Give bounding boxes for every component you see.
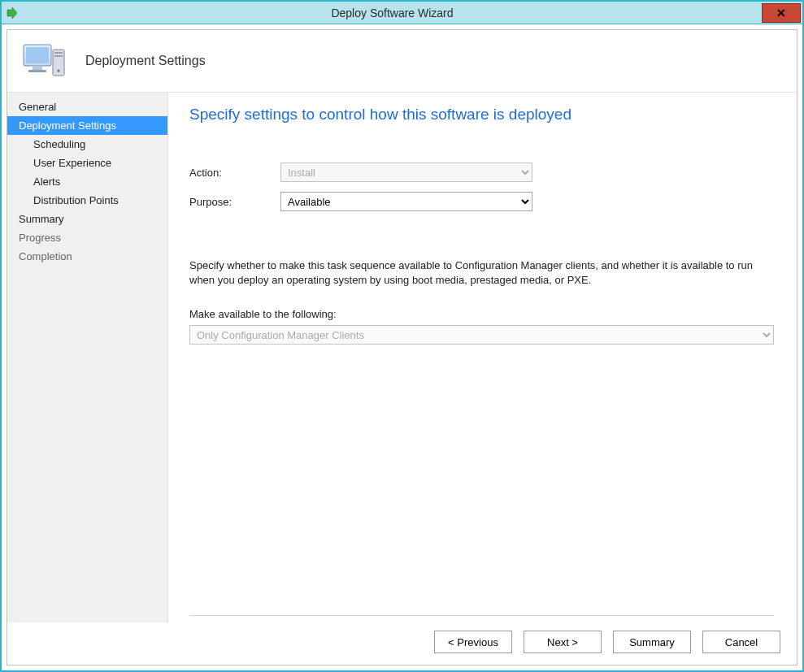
purpose-label: Purpose: bbox=[189, 196, 280, 208]
wizard-sidebar: GeneralDeployment SettingsSchedulingUser… bbox=[7, 93, 168, 622]
sidebar-item-progress[interactable]: Progress bbox=[7, 228, 167, 247]
arrow-forward-icon bbox=[5, 7, 18, 20]
svg-rect-6 bbox=[54, 52, 63, 54]
sidebar-item-completion[interactable]: Completion bbox=[7, 247, 167, 266]
computer-icon bbox=[22, 41, 67, 80]
row-purpose: Purpose: Available bbox=[189, 192, 774, 211]
content-filler bbox=[189, 345, 774, 612]
svg-rect-4 bbox=[28, 70, 46, 72]
svg-point-8 bbox=[57, 69, 59, 72]
action-label: Action: bbox=[189, 167, 280, 179]
sidebar-item-user-experience[interactable]: User Experience bbox=[7, 154, 167, 172]
content-divider bbox=[189, 615, 774, 616]
close-button[interactable]: ✕ bbox=[762, 3, 801, 23]
svg-rect-2 bbox=[26, 47, 49, 63]
content-heading: Specify settings to control how this sof… bbox=[189, 106, 774, 124]
deploy-software-wizard-window: Deploy Software Wizard ✕ bbox=[0, 0, 804, 672]
purpose-select[interactable]: Available bbox=[280, 192, 532, 211]
titlebar: Deploy Software Wizard ✕ bbox=[2, 2, 802, 24]
next-button[interactable]: Next > bbox=[524, 631, 602, 653]
wizard-content: Specify settings to control how this sof… bbox=[168, 93, 797, 622]
summary-button[interactable]: Summary bbox=[613, 631, 691, 653]
sidebar-item-alerts[interactable]: Alerts bbox=[7, 172, 167, 191]
svg-rect-3 bbox=[33, 67, 42, 70]
page-title: Deployment Settings bbox=[85, 54, 206, 68]
sidebar-item-summary[interactable]: Summary bbox=[7, 210, 167, 228]
svg-marker-0 bbox=[7, 7, 17, 19]
action-select: Install bbox=[280, 163, 532, 182]
wizard-header: Deployment Settings bbox=[7, 30, 797, 93]
availability-label: Make available to the following: bbox=[189, 308, 774, 320]
sidebar-item-deployment-settings[interactable]: Deployment Settings bbox=[7, 116, 167, 135]
window-title: Deploy Software Wizard bbox=[331, 7, 453, 20]
wizard-frame: Deployment Settings GeneralDeployment Se… bbox=[7, 29, 797, 665]
wizard-body: GeneralDeployment SettingsSchedulingUser… bbox=[7, 93, 797, 622]
close-icon: ✕ bbox=[776, 7, 786, 20]
sidebar-item-scheduling[interactable]: Scheduling bbox=[7, 135, 167, 154]
svg-rect-7 bbox=[54, 55, 63, 57]
previous-button[interactable]: < Previous bbox=[434, 631, 512, 653]
cancel-button[interactable]: Cancel bbox=[702, 631, 780, 653]
availability-select: Only Configuration Manager Clients bbox=[189, 325, 774, 345]
sidebar-item-general[interactable]: General bbox=[7, 98, 167, 116]
wizard-footer: < Previous Next > Summary Cancel bbox=[7, 622, 797, 665]
row-action: Action: Install bbox=[189, 163, 774, 182]
explain-text: Specify whether to make this task sequen… bbox=[189, 258, 758, 287]
sidebar-item-distribution-points[interactable]: Distribution Points bbox=[7, 191, 167, 210]
